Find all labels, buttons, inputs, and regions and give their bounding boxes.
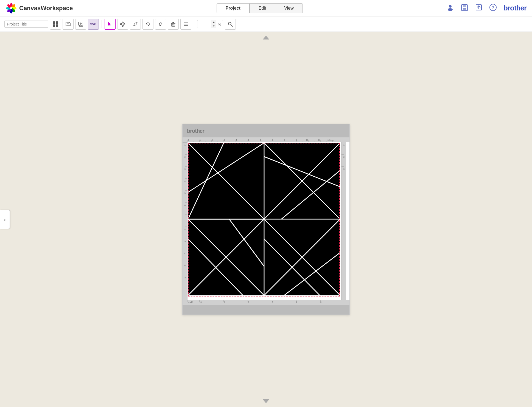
svg-text:2: 2 <box>184 156 186 158</box>
top-bar: CanvasWorkspace Project Edit View ? brot… <box>0 0 532 16</box>
svg-rect-13 <box>463 5 466 7</box>
svg-text:cm/21: cm/21 <box>188 301 193 303</box>
user-icon[interactable] <box>446 4 454 13</box>
svg-text:1: 1 <box>200 139 201 141</box>
svg-marker-142 <box>263 399 269 403</box>
svg-text:8: 8 <box>184 228 186 230</box>
svg-import-btn[interactable]: SVG <box>88 19 99 30</box>
app-name: CanvasWorkspace <box>19 5 73 12</box>
svg-rect-22 <box>67 22 69 24</box>
svg-rect-14 <box>463 8 466 10</box>
ruler-bottom-corner-right <box>345 300 349 305</box>
ruler-top-svg: 0 1 2 3 4 5 6 7 <box>187 137 345 142</box>
canvas-frame: brother 0 1 2 3 <box>182 124 350 315</box>
svg-text:12": 12" <box>184 277 187 279</box>
svg-rect-30 <box>172 23 175 26</box>
chevron-right-icon: › <box>4 216 6 223</box>
svg-text:11: 11 <box>318 139 320 141</box>
select-tool-btn[interactable] <box>105 19 116 30</box>
ruler-top: 0 1 2 3 4 5 6 7 <box>187 137 345 142</box>
transfer-btn[interactable] <box>75 19 86 30</box>
pen-tool-btn[interactable] <box>130 19 141 30</box>
svg-point-10 <box>449 5 452 8</box>
svg-text:0: 0 <box>320 301 321 303</box>
toolbar: SVG 37 ▲ ▼ % <box>0 16 532 32</box>
save-icon[interactable] <box>461 4 468 13</box>
svg-text:2: 2 <box>296 301 297 303</box>
svg-label: SVG <box>90 22 96 26</box>
svg-text:1: 1 <box>343 144 345 146</box>
svg-text:3: 3 <box>184 168 186 170</box>
ruler-bottom-corner-left <box>183 300 187 305</box>
svg-text:?: ? <box>492 5 494 10</box>
save-btn[interactable] <box>63 19 74 30</box>
nav-tabs: Project Edit View <box>73 3 446 13</box>
scroll-up-btn[interactable] <box>261 35 271 41</box>
ruler-right-svg: 1 2 3 <box>341 142 346 299</box>
svg-text:2: 2 <box>212 139 213 141</box>
zoom-unit: % <box>216 22 223 26</box>
ruler-bottom: cm/21 11 8 5 3 2 0 <box>187 300 345 305</box>
scroll-down-btn[interactable] <box>261 398 271 404</box>
redo-btn[interactable] <box>155 19 166 30</box>
ruler-left: 1 2 3 4 5 6 7 8 <box>183 142 187 300</box>
artwork-svg <box>188 143 340 295</box>
canvas-footer <box>183 305 349 315</box>
undo-btn[interactable] <box>142 19 153 30</box>
svg-text:2: 2 <box>343 156 345 158</box>
svg-text:5: 5 <box>248 139 249 141</box>
node-edit-btn[interactable] <box>117 19 128 30</box>
align-btn[interactable] <box>180 19 191 30</box>
project-title-input[interactable] <box>4 21 48 28</box>
tab-edit[interactable]: Edit <box>250 3 275 13</box>
zoom-up-btn[interactable]: ▲ <box>211 20 216 24</box>
svg-text:4: 4 <box>236 139 237 141</box>
tab-project[interactable]: Project <box>217 3 250 13</box>
svg-text:8: 8 <box>284 139 285 141</box>
svg-text:4: 4 <box>184 180 186 182</box>
canvas-header: brother <box>183 124 349 137</box>
svg-text:10: 10 <box>306 139 308 141</box>
toolbar-separator-1 <box>102 20 102 28</box>
svg-text:5: 5 <box>184 192 186 194</box>
zoom-control: 37 ▲ ▼ % <box>197 20 223 28</box>
svg-text:9: 9 <box>184 241 186 242</box>
search-btn[interactable] <box>225 19 236 30</box>
svg-line-39 <box>231 25 233 26</box>
svg-text:8: 8 <box>224 301 225 303</box>
svg-rect-19 <box>56 21 58 24</box>
delete-btn[interactable] <box>168 19 179 30</box>
ruler-left-svg: 1 2 3 4 5 6 7 8 <box>183 142 187 299</box>
left-panel-toggle[interactable]: › <box>0 210 10 229</box>
drawing-area[interactable] <box>187 142 341 299</box>
svg-text:11: 11 <box>200 301 202 303</box>
svg-text:10: 10 <box>184 253 186 255</box>
add-project-btn[interactable] <box>50 19 61 30</box>
zoom-down-btn[interactable]: ▼ <box>211 24 216 28</box>
logo-area: CanvasWorkspace <box>5 2 73 14</box>
help-icon[interactable]: ? <box>489 4 497 13</box>
svg-point-9 <box>10 7 12 9</box>
svg-marker-40 <box>263 36 269 39</box>
export-icon[interactable] <box>475 4 483 13</box>
drawing-row: 1 2 3 4 5 6 7 8 <box>183 142 349 300</box>
svg-text:6: 6 <box>260 139 261 141</box>
svg-text:7: 7 <box>272 139 273 141</box>
svg-point-11 <box>448 8 453 11</box>
canvas-area: brother 0 1 2 3 <box>0 32 532 407</box>
svg-text:5: 5 <box>248 301 249 303</box>
svg-rect-18 <box>53 21 55 24</box>
ruler-right-header <box>345 137 349 142</box>
svg-text:0: 0 <box>188 139 189 141</box>
ruler-corner <box>183 137 187 142</box>
svg-text:7: 7 <box>184 216 186 218</box>
svg-text:9: 9 <box>296 139 297 141</box>
zoom-value-input[interactable]: 37 <box>197 21 211 27</box>
svg-text:1: 1 <box>184 144 186 146</box>
svg-text:3: 3 <box>272 301 273 303</box>
app-logo-icon <box>5 2 17 14</box>
svg-text:3: 3 <box>224 139 225 141</box>
tab-view[interactable]: View <box>275 3 303 13</box>
svg-rect-20 <box>53 24 55 27</box>
svg-text:6: 6 <box>184 204 186 206</box>
